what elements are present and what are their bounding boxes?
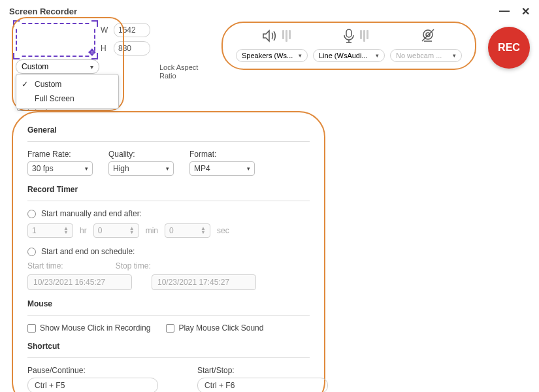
mouse-heading: Mouse	[27, 299, 310, 308]
height-input[interactable]: 880	[114, 41, 150, 56]
timer-manual-radio[interactable]	[27, 210, 36, 218]
chevron-down-icon: ▾	[376, 52, 379, 59]
lock-aspect-label: Lock Aspect Ratio	[159, 63, 215, 80]
height-label: H	[101, 44, 110, 53]
title-bar: Screen Recorder — ✕	[0, 0, 539, 20]
general-heading: General	[27, 125, 310, 135]
width-input[interactable]: 1542	[114, 23, 150, 37]
show-mouse-click-checkbox[interactable]	[27, 324, 36, 333]
pause-shortcut-label: Pause/Continue:	[27, 366, 158, 375]
minimize-button[interactable]: —	[499, 5, 510, 18]
settings-panel: General Frame Rate: 30 fps▾ Quality: Hig…	[12, 111, 325, 392]
quality-label: Quality:	[108, 150, 174, 159]
svg-rect-0	[346, 29, 351, 37]
capture-area-config: ✥ W 1542 H 880 Custom ▾ Custom Full Scre…	[16, 23, 150, 57]
capture-mode-button[interactable]: Custom ▾	[16, 59, 99, 74]
speaker-select[interactable]: Speakers (Ws...▾	[236, 49, 308, 62]
start-shortcut-input[interactable]: Ctrl + F6	[197, 378, 328, 392]
timer-schedule-label: Start and end on schedule:	[41, 247, 135, 256]
format-select[interactable]: MP4▾	[189, 161, 255, 176]
start-time-label: Start time:	[27, 261, 63, 270]
chevron-down-icon: ▾	[299, 52, 302, 59]
capture-region-preview[interactable]: ✥	[16, 23, 95, 57]
window-title: Screen Recorder	[9, 7, 77, 16]
move-icon: ✥	[88, 47, 96, 57]
webcam-disabled-icon	[419, 28, 436, 44]
speaker-icon	[261, 29, 291, 43]
record-button[interactable]: REC	[488, 27, 530, 69]
format-label: Format:	[189, 150, 255, 159]
timer-seconds-input[interactable]: 0▲▼	[165, 223, 210, 238]
play-click-sound-checkbox[interactable]	[166, 324, 174, 333]
timer-schedule-radio[interactable]	[27, 248, 36, 256]
frame-rate-label: Frame Rate:	[27, 150, 93, 159]
webcam-select[interactable]: No webcam ...▾	[390, 49, 462, 62]
timer-hours-input[interactable]: 1▲▼	[27, 223, 73, 238]
microphone-icon	[342, 28, 368, 44]
quality-select[interactable]: High▾	[108, 161, 174, 176]
capture-mode-dropdown: Custom Full Screen	[16, 74, 119, 109]
audio-webcam-panel: Speakers (Ws...▾ Line (WsAudi...▾ No web…	[221, 22, 476, 70]
chevron-down-icon: ▾	[90, 63, 93, 71]
start-shortcut-label: Start/Stop:	[197, 366, 328, 375]
microphone-select[interactable]: Line (WsAudi...▾	[313, 49, 385, 62]
window-controls: — ✕	[499, 5, 530, 18]
capture-mode-option-custom[interactable]: Custom	[16, 77, 118, 91]
start-time-input[interactable]: 10/23/2021 16:45:27	[27, 274, 132, 290]
timer-minutes-input[interactable]: 0▲▼	[93, 223, 139, 238]
shortcut-heading: Shortcut	[27, 342, 310, 351]
timer-manual-label: Start manually and end after:	[41, 209, 142, 218]
frame-rate-select[interactable]: 30 fps▾	[27, 161, 93, 176]
width-label: W	[101, 25, 110, 35]
close-button[interactable]: ✕	[521, 5, 530, 18]
stop-time-input[interactable]: 10/23/2021 17:45:27	[152, 274, 256, 290]
pause-shortcut-input[interactable]: Ctrl + F5	[27, 378, 158, 392]
capture-mode-select: Custom ▾ Custom Full Screen	[16, 59, 99, 74]
capture-mode-option-fullscreen[interactable]: Full Screen	[16, 91, 118, 106]
chevron-down-icon: ▾	[453, 52, 456, 59]
stop-time-label: Stop time:	[116, 261, 151, 270]
timer-heading: Record Timer	[27, 185, 310, 194]
